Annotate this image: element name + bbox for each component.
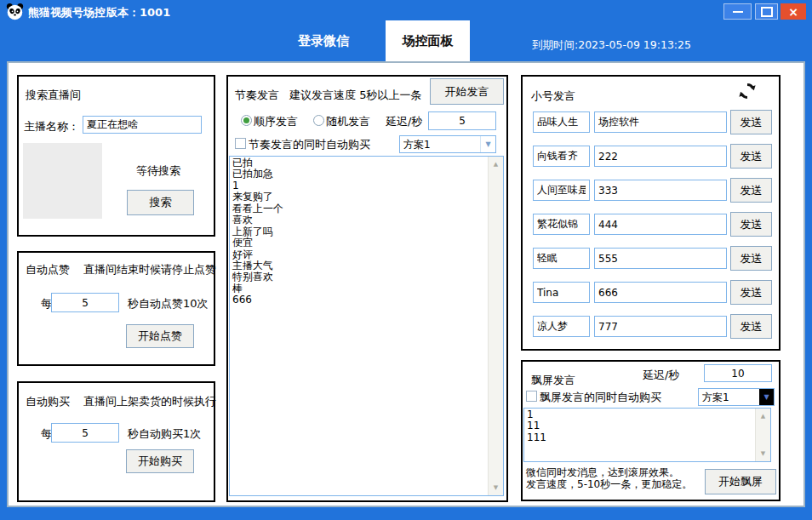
auto-like-group: 自动点赞 直播间结束时候请停止点赞 每 秒自动点赞10次 开始点赞 (17, 251, 215, 366)
rhythm-hint: 建议发言速度 5秒以上一条 (289, 88, 421, 103)
send-button-1[interactable]: 发送 (730, 110, 772, 134)
auto-like-hint: 直播间结束时候请停止点赞 (83, 262, 216, 277)
float-note-line2: 发言速度，5-10秒一条，更加稳定。 (526, 477, 692, 492)
main-panel: 搜索直播间 主播名称： 等待搜索 搜索 自动点赞 直播间结束时候请停止点赞 每 … (7, 61, 805, 507)
app-window: 熊猫视频号场控 版本：1001 × 登录微信 场控面板 到期时间:2023-05… (0, 0, 812, 520)
start-float-button[interactable]: 开始飘屏 (705, 469, 776, 494)
alt-name-input-1[interactable] (533, 111, 590, 133)
radio-random-speech[interactable] (313, 115, 324, 126)
alt-message-input-6[interactable] (594, 282, 727, 303)
auto-like-interval-input[interactable] (51, 293, 119, 312)
auto-buy-hint: 直播间上架卖货的时候执行 (83, 394, 216, 409)
send-button-4[interactable]: 发送 (730, 212, 772, 237)
search-liveroom-group: 搜索直播间 主播名称： 等待搜索 搜索 (17, 75, 215, 237)
send-button-5[interactable]: 发送 (730, 246, 772, 271)
float-autobuy-checkbox[interactable] (526, 391, 537, 402)
refresh-icon[interactable] (737, 81, 758, 105)
rhythm-autobuy-checkbox[interactable] (235, 138, 246, 149)
float-screen-group: 飘屏发言 延迟/秒 飘屏发言的同时自动购买 方案1 ▼ 1 11 111 ▲ ▼… (521, 360, 781, 501)
window-title: 熊猫视频号场控 (28, 5, 106, 20)
float-messages-box: 1 11 111 ▲ ▼ (523, 408, 771, 462)
auto-buy-title: 自动购买 (26, 394, 70, 409)
tab-control-panel[interactable]: 场控面板 (386, 20, 470, 61)
radio-sequential-speech[interactable] (241, 115, 252, 126)
rhythm-messages-box: 已拍 已拍加急 1 来复购了 看看上一个 喜欢 上新了吗 便宜 好评 主播大气 … (229, 156, 504, 496)
alt-name-input-3[interactable] (533, 180, 590, 201)
float-plan-value: 方案1 (699, 389, 759, 405)
float-delay-input[interactable] (704, 364, 772, 382)
alt-message-input-4[interactable] (594, 214, 727, 235)
version-label: 版本：1001 (106, 5, 170, 20)
close-icon: × (788, 5, 798, 19)
expiry-time: 到期时间:2023-05-09 19:13:25 (532, 38, 691, 53)
tab-login-wechat[interactable]: 登录微信 (298, 33, 349, 49)
alt-message-input-7[interactable] (594, 316, 727, 337)
scroll-down-icon[interactable]: ▼ (761, 446, 765, 461)
alt-name-input-5[interactable] (533, 248, 590, 269)
send-button-7[interactable]: 发送 (730, 314, 772, 339)
start-like-button[interactable]: 开始点赞 (126, 324, 194, 348)
start-speech-button[interactable]: 开始发言 (430, 78, 504, 105)
rhythm-speech-group: 节奏发言 建议发言速度 5秒以上一条 开始发言 顺序发言 随机发言 延迟/秒 节… (226, 75, 508, 502)
rhythm-autobuy-label: 节奏发言的同时自动购买 (249, 137, 370, 152)
rhythm-title: 节奏发言 (235, 88, 279, 103)
minimize-icon (733, 11, 743, 13)
alt-message-input-5[interactable] (594, 248, 727, 269)
anchor-name-input[interactable] (83, 116, 202, 134)
scroll-up-icon[interactable]: ▲ (761, 409, 765, 424)
radio-random-label: 随机发言 (326, 114, 370, 129)
send-button-2[interactable]: 发送 (730, 144, 772, 169)
scroll-down-icon[interactable]: ▼ (494, 480, 498, 495)
alt-name-input-4[interactable] (533, 214, 590, 235)
alt-name-input-6[interactable] (533, 282, 590, 303)
close-button[interactable]: × (781, 3, 806, 20)
float-title: 飘屏发言 (531, 373, 575, 388)
alt-name-input-2[interactable] (533, 146, 590, 167)
send-button-6[interactable]: 发送 (730, 280, 772, 305)
minimize-button[interactable] (723, 3, 752, 20)
search-group-title: 搜索直播间 (26, 88, 81, 103)
auto-like-suffix-label: 秒自动点赞10次 (128, 296, 209, 311)
anchor-name-label: 主播名称： (24, 119, 79, 134)
alt-account-group: 小号发言 发送 发送 发送 发送 发送 (521, 75, 781, 351)
auto-like-title: 自动点赞 (26, 262, 70, 277)
search-button[interactable]: 搜索 (127, 190, 194, 215)
scroll-up-icon[interactable]: ▲ (494, 157, 498, 172)
maximize-icon (761, 7, 773, 17)
float-plan-dropdown[interactable]: 方案1 ▼ (698, 388, 775, 406)
alt-message-input-3[interactable] (594, 180, 727, 201)
auto-buy-suffix-label: 秒自动购买1次 (128, 426, 201, 442)
rhythm-scrollbar[interactable]: ▲ ▼ (488, 157, 503, 495)
rhythm-delay-input[interactable] (428, 111, 496, 130)
float-messages-textarea[interactable]: 1 11 111 (524, 409, 755, 461)
rhythm-delay-label: 延迟/秒 (386, 114, 422, 129)
search-status-text: 等待搜索 (136, 163, 180, 179)
alt-message-input-1[interactable] (594, 111, 727, 133)
rhythm-plan-dropdown[interactable]: 方案1 ▼ (399, 135, 496, 153)
send-button-3[interactable]: 发送 (730, 178, 772, 203)
alt-account-title: 小号发言 (531, 89, 575, 104)
tab-control-panel-label: 场控面板 (403, 33, 454, 49)
float-delay-label: 延迟/秒 (643, 368, 679, 383)
rhythm-plan-arrow-icon: ▼ (480, 136, 495, 152)
rhythm-plan-value: 方案1 (400, 136, 480, 152)
panda-app-icon (6, 3, 24, 24)
auto-buy-group: 自动购买 直播间上架卖货的时候执行 每 秒自动购买1次 开始购买 (17, 381, 215, 502)
maximize-button[interactable] (755, 3, 778, 20)
float-plan-arrow-icon: ▼ (759, 389, 774, 405)
float-scrollbar[interactable]: ▲ ▼ (755, 409, 770, 461)
start-buy-button[interactable]: 开始购买 (126, 449, 194, 473)
auto-buy-interval-input[interactable] (51, 423, 119, 443)
float-autobuy-label: 飘屏发言的同时自动购买 (540, 390, 661, 405)
rhythm-messages-textarea[interactable]: 已拍 已拍加急 1 来复购了 看看上一个 喜欢 上新了吗 便宜 好评 主播大气 … (230, 157, 488, 495)
alt-name-input-7[interactable] (533, 316, 590, 337)
liveroom-preview-box (23, 143, 102, 219)
alt-message-input-2[interactable] (594, 146, 727, 167)
radio-sequential-label: 顺序发言 (254, 114, 298, 129)
